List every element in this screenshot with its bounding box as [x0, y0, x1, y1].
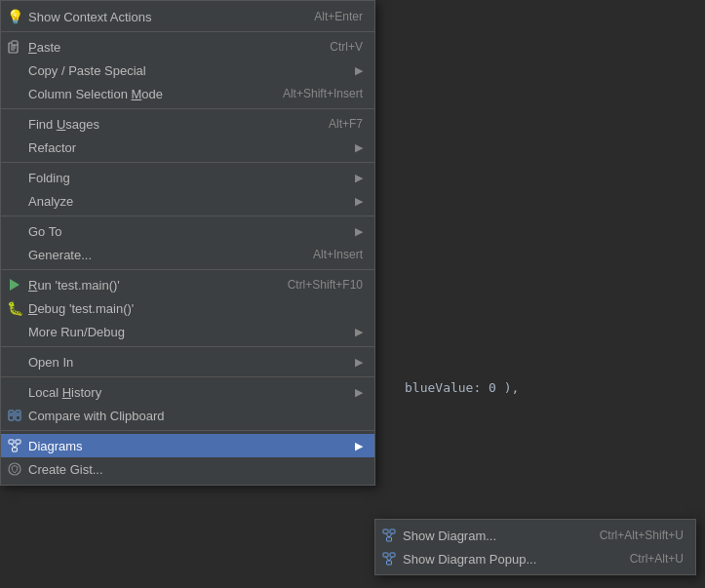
create-gist-label: Create Gist... [28, 462, 363, 477]
svg-line-25 [386, 557, 390, 561]
diagrams-arrow: ▶ [355, 440, 363, 452]
menu-item-more-run-debug[interactable]: More Run/Debug ▶ [1, 320, 374, 343]
separator-8 [1, 430, 374, 431]
generate-label: Generate... [28, 248, 294, 262]
debug-icon: 🐛 [7, 300, 22, 316]
menu-item-copy-paste-special[interactable]: Copy / Paste Special ▶ [1, 59, 374, 82]
menu-item-analyze[interactable]: Analyze ▶ [1, 189, 374, 213]
menu-item-show-context-actions[interactable]: 💡 Show Context Actions Alt+Enter [1, 5, 374, 28]
menu-item-open-in[interactable]: Open In ▶ [1, 350, 374, 373]
separator-7 [1, 376, 374, 377]
compare-icon [7, 408, 22, 423]
context-menu: 💡 Show Context Actions Alt+Enter Paste C… [0, 0, 375, 486]
analyze-label: Analyze [28, 194, 347, 209]
svg-line-21 [389, 533, 393, 537]
menu-item-generate[interactable]: Generate... Alt+Insert [1, 243, 374, 266]
bulb-icon: 💡 [7, 9, 22, 24]
editor-text: blueValue: 0 ), [405, 380, 519, 395]
paste-icon [7, 39, 22, 55]
paste-label: Paste [28, 40, 310, 55]
folding-label: Folding [28, 171, 347, 185]
run-label: Run 'test.main()' [28, 278, 268, 293]
show-diagram-popup-label: Show Diagram Popup... [403, 552, 610, 567]
separator-5 [1, 269, 374, 270]
svg-line-20 [386, 533, 390, 537]
menu-item-create-gist[interactable]: Create Gist... [1, 457, 374, 481]
diagrams-icon [7, 438, 22, 453]
show-diagram-popup-shortcut: Ctrl+Alt+U [630, 552, 684, 566]
separator-1 [1, 31, 374, 32]
svg-rect-23 [390, 553, 395, 557]
folding-arrow: ▶ [355, 172, 363, 184]
svg-rect-13 [13, 448, 18, 451]
show-diagram-label: Show Diagram... [403, 529, 580, 543]
analyze-arrow: ▶ [355, 195, 363, 208]
run-shortcut: Ctrl+Shift+F10 [288, 278, 363, 292]
submenu-item-show-diagram-popup[interactable]: Show Diagram Popup... Ctrl+Alt+U [375, 547, 695, 570]
svg-line-14 [12, 444, 16, 448]
svg-rect-24 [387, 561, 392, 565]
menu-item-run[interactable]: Run 'test.main()' Ctrl+Shift+F10 [1, 273, 374, 296]
menu-item-column-selection[interactable]: Column Selection Mode Alt+Shift+Insert [1, 82, 374, 105]
separator-6 [1, 346, 374, 347]
svg-line-26 [389, 557, 393, 561]
menu-item-diagrams[interactable]: Diagrams ▶ [1, 434, 374, 457]
submenu-item-show-diagram[interactable]: Show Diagram... Ctrl+Alt+Shift+U [375, 524, 695, 547]
compare-clipboard-label: Compare with Clipboard [28, 409, 363, 423]
run-icon [7, 277, 22, 293]
svg-rect-1 [12, 41, 18, 45]
open-in-arrow: ▶ [355, 356, 363, 369]
menu-item-folding[interactable]: Folding ▶ [1, 166, 374, 189]
column-selection-shortcut: Alt+Shift+Insert [283, 87, 363, 100]
show-diagram-icon [381, 528, 397, 543]
menu-item-compare-clipboard[interactable]: Compare with Clipboard [1, 404, 374, 427]
menu-item-debug[interactable]: 🐛 Debug 'test.main()' [1, 296, 374, 320]
generate-shortcut: Alt+Insert [313, 248, 363, 261]
show-diagram-shortcut: Ctrl+Alt+Shift+U [600, 529, 684, 542]
column-selection-label: Column Selection Mode [28, 87, 263, 101]
local-history-label: Local History [28, 385, 347, 400]
menu-item-find-usages[interactable]: Find Usages Alt+F7 [1, 112, 374, 136]
separator-4 [1, 216, 374, 216]
svg-rect-11 [9, 440, 14, 444]
diagrams-label: Diagrams [28, 439, 347, 453]
show-diagram-popup-icon [381, 551, 397, 567]
svg-rect-19 [387, 537, 392, 541]
debug-label: Debug 'test.main()' [28, 301, 363, 316]
open-in-label: Open In [28, 355, 347, 370]
more-run-debug-label: More Run/Debug [28, 325, 347, 339]
diagrams-submenu: Show Diagram... Ctrl+Alt+Shift+U Show Di… [374, 519, 696, 575]
show-context-actions-shortcut: Alt+Enter [314, 10, 363, 23]
svg-rect-18 [390, 529, 395, 533]
copy-paste-special-label: Copy / Paste Special [28, 63, 347, 78]
more-run-debug-arrow: ▶ [355, 326, 363, 338]
go-to-arrow: ▶ [355, 225, 363, 238]
paste-shortcut: Ctrl+V [330, 40, 363, 54]
refactor-arrow: ▶ [355, 141, 363, 154]
separator-3 [1, 162, 374, 163]
gist-icon [7, 461, 22, 477]
find-usages-label: Find Usages [28, 117, 309, 132]
svg-rect-22 [383, 553, 388, 557]
menu-item-paste[interactable]: Paste Ctrl+V [1, 35, 374, 59]
menu-item-go-to[interactable]: Go To ▶ [1, 219, 374, 243]
menu-item-refactor[interactable]: Refactor ▶ [1, 136, 374, 159]
svg-line-15 [15, 444, 19, 448]
svg-rect-17 [383, 529, 388, 533]
local-history-arrow: ▶ [355, 386, 363, 399]
find-usages-shortcut: Alt+F7 [329, 117, 363, 131]
show-context-actions-label: Show Context Actions [28, 10, 294, 24]
go-to-label: Go To [28, 224, 347, 239]
svg-rect-12 [16, 440, 20, 444]
copy-paste-special-arrow: ▶ [355, 64, 363, 77]
refactor-label: Refactor [28, 140, 347, 155]
menu-item-local-history[interactable]: Local History ▶ [1, 380, 374, 404]
separator-2 [1, 108, 374, 109]
